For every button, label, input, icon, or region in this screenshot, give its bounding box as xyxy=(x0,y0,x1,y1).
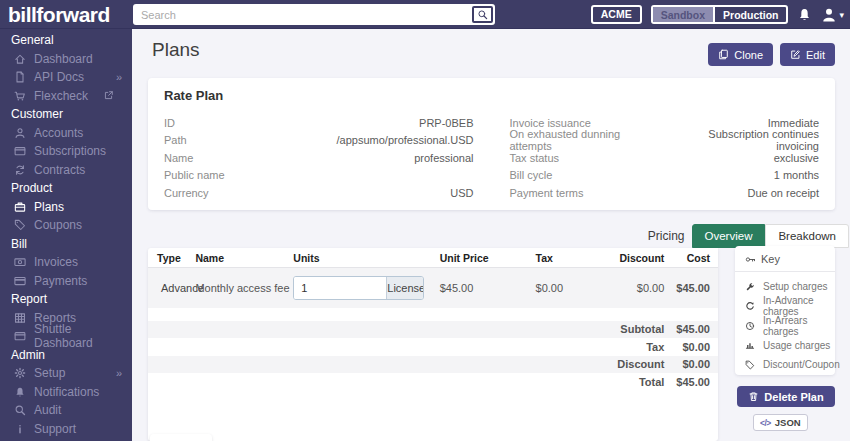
sidebar-section-bill: Bill xyxy=(0,235,132,254)
discount-value: $0.00 xyxy=(613,268,665,308)
key-item-in-arrears-charges: In-Arrears charges xyxy=(745,316,835,336)
total-row: Total $45.00 xyxy=(148,373,718,391)
sidebar-item-accounts[interactable]: Accounts xyxy=(0,124,132,143)
field-currency: Currency USD xyxy=(164,184,474,202)
tax-total-value: $0.00 xyxy=(664,338,718,356)
pencil-icon xyxy=(790,49,801,60)
col-header-discount: Discount xyxy=(613,248,665,268)
key-item-usage-charges: Usage charges xyxy=(745,336,835,356)
key-icon xyxy=(745,254,756,265)
sidebar-item-support[interactable]: Support xyxy=(0,420,132,439)
gear-icon xyxy=(14,367,26,379)
topbar-right-cluster: ACME Sandbox Production ▾ xyxy=(591,0,844,29)
sync-icon xyxy=(14,164,26,176)
briefcase-icon xyxy=(14,201,26,213)
tax-value: $0.00 xyxy=(536,268,613,308)
edit-button[interactable]: Edit xyxy=(780,43,835,66)
cost-value: $45.00 xyxy=(664,268,718,308)
sidebar-item-shuttle-dashboard[interactable]: Shuttle Dashboard xyxy=(0,327,132,346)
unit-price-value: $45.00 xyxy=(440,268,536,308)
rate-plan-left-column: ID PRP-0BEB Path /appsumo/professional.U… xyxy=(164,114,474,202)
table-row-monthly-access-fee: Advance Monthly access fee License $45.0… xyxy=(148,268,718,308)
units-input[interactable] xyxy=(294,277,386,299)
sidebar-item-coupons[interactable]: Coupons xyxy=(0,216,132,235)
charge-name: Monthly access fee xyxy=(195,268,293,308)
sidebar-item-dashboard[interactable]: Dashboard xyxy=(0,50,132,69)
bell-icon xyxy=(797,7,812,22)
trash-icon xyxy=(748,391,759,402)
app-window: billforward ACME Sandbox Production ▾ Ge… xyxy=(0,0,850,441)
rate-plan-right-column: Invoice issuance Immediate On exhausted … xyxy=(510,114,820,202)
json-button[interactable]: </> JSON xyxy=(753,414,808,431)
field-payment-terms: Payment terms Due on receipt xyxy=(510,184,820,202)
col-header-unit-price: Unit Price xyxy=(440,248,536,268)
units-unit-button[interactable]: License xyxy=(386,277,424,299)
search-icon xyxy=(477,9,488,20)
discount-total-label: Discount xyxy=(148,356,664,374)
user-avatar-icon xyxy=(821,7,837,23)
grid-icon xyxy=(14,312,26,324)
notifications-bell-button[interactable] xyxy=(797,7,812,22)
sidebar-section-product: Product xyxy=(0,179,132,198)
user-menu-button[interactable]: ▾ xyxy=(821,7,844,23)
page-actions: Clone Edit xyxy=(708,43,835,66)
col-header-tax: Tax xyxy=(536,248,613,268)
sidebar-item-notifications[interactable]: Notifications xyxy=(0,383,132,402)
delete-plan-button[interactable]: Delete Plan xyxy=(737,386,835,407)
discount-total-row: Discount $0.00 xyxy=(148,356,718,374)
brand-logo: billforward xyxy=(8,0,110,29)
field-id: ID PRP-0BEB xyxy=(164,114,474,132)
user-icon xyxy=(14,127,26,139)
cart-icon xyxy=(14,90,26,102)
tab-breakdown[interactable]: Breakdown xyxy=(765,224,849,248)
sidebar-section-general: General xyxy=(0,31,132,50)
code-icon: </> xyxy=(760,418,771,428)
org-button[interactable]: ACME xyxy=(591,5,642,24)
subtotal-row: Subtotal $45.00 xyxy=(148,321,718,339)
sidebar-item-invoices[interactable]: Invoices xyxy=(0,253,132,272)
chevron-double-icon: » xyxy=(116,367,122,379)
external-link-icon xyxy=(103,90,122,101)
wrench-icon xyxy=(745,282,755,292)
table-spacer-row xyxy=(148,308,718,321)
tag-icon xyxy=(745,360,755,370)
clock-icon xyxy=(745,321,755,331)
search-icon xyxy=(14,404,26,416)
clone-button[interactable]: Clone xyxy=(708,43,773,66)
copy-icon xyxy=(718,49,729,60)
pricing-table: Type Name Units Unit Price Tax Discount … xyxy=(148,248,718,391)
sidebar-nav: General Dashboard API Docs » Flexcheck C… xyxy=(0,29,132,441)
col-header-cost: Cost xyxy=(664,248,718,268)
pricing-table-panel: Type Name Units Unit Price Tax Discount … xyxy=(148,248,718,441)
pricing-table-header-row: Type Name Units Unit Price Tax Discount … xyxy=(148,248,718,268)
main-content: Plans Clone Edit Rate Plan ID PRP-0BEB xyxy=(132,29,850,441)
sidebar-section-report: Report xyxy=(0,290,132,309)
tab-overview[interactable]: Overview xyxy=(692,224,766,248)
sidebar-item-flexcheck[interactable]: Flexcheck xyxy=(0,87,132,106)
production-toggle-button[interactable]: Production xyxy=(713,7,786,22)
total-label: Total xyxy=(148,373,664,391)
units-input-group: License xyxy=(293,276,424,300)
sidebar-item-audit[interactable]: Audit xyxy=(0,401,132,420)
search-input[interactable] xyxy=(133,4,495,25)
key-item-setup-charges: Setup charges xyxy=(745,277,835,297)
sidebar-item-payments[interactable]: Payments xyxy=(0,272,132,291)
sidebar-item-plans[interactable]: Plans xyxy=(0,198,132,217)
home-icon xyxy=(14,53,26,65)
key-item-discount-coupon: Discount/Coupon xyxy=(745,355,835,375)
sidebar-item-contracts[interactable]: Contracts xyxy=(0,161,132,180)
key-legend-panel: Key Setup charges In-Advance charges In-… xyxy=(735,246,835,375)
sidebar-item-subscriptions[interactable]: Subscriptions xyxy=(0,142,132,161)
sandbox-toggle-button[interactable]: Sandbox xyxy=(653,7,713,22)
sidebar-item-api-docs[interactable]: API Docs » xyxy=(0,68,132,87)
tax-total-label: Tax xyxy=(148,338,664,356)
rate-plan-title: Rate Plan xyxy=(164,88,819,103)
top-bar: billforward ACME Sandbox Production ▾ xyxy=(0,0,850,29)
sidebar-item-setup[interactable]: Setup » xyxy=(0,364,132,383)
field-bill-cycle: Bill cycle 1 months xyxy=(510,167,820,185)
search-button[interactable] xyxy=(472,6,493,23)
tag-icon xyxy=(14,219,26,231)
key-item-in-advance-charges: In-Advance charges xyxy=(745,297,835,317)
page-title: Plans xyxy=(152,39,200,61)
subtotal-label: Subtotal xyxy=(148,321,664,339)
